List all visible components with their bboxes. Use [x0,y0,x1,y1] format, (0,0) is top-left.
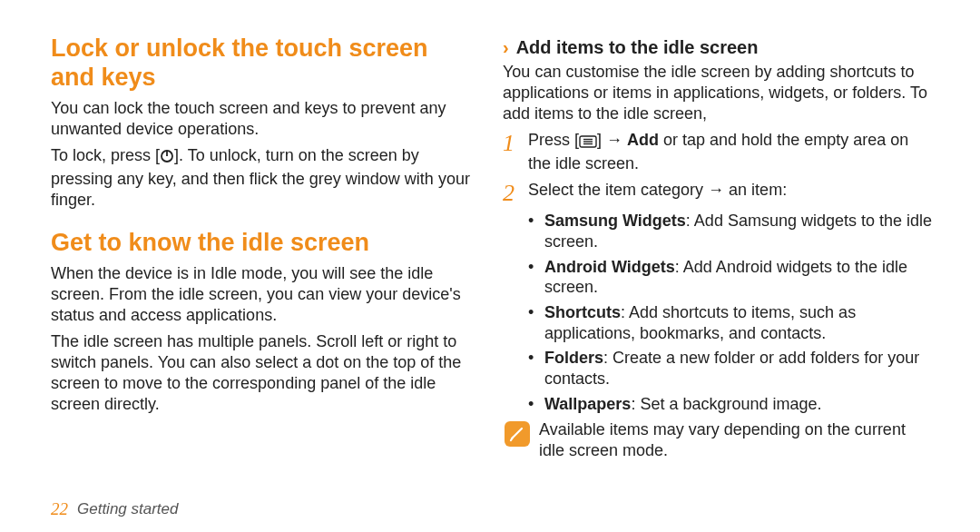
bullet-bold: Shortcuts [544,303,621,321]
bullet-bold: Android Widgets [544,258,675,276]
heading-lock-unlock: Lock or unlock the touch screen and keys [51,34,472,93]
bullet-text: : Set a background image. [631,395,821,413]
page-footer: 22 Getting started [51,499,179,519]
note-text: Available items may vary depending on th… [539,419,935,461]
step-number-1: 1 [503,132,528,155]
bullet-bold: Folders [544,349,603,367]
note-icon [505,421,530,447]
bullet-bold: Wallpapers [544,395,631,413]
paragraph-add-intro: You can customise the idle screen by add… [503,62,935,124]
list-item: Samsung Widgets: Add Samsung widgets to … [528,211,935,251]
list-item: Folders: Create a new folder or add fold… [528,348,935,389]
list-item: Wallpapers: Set a background image. [528,394,935,415]
heading-idle-screen: Get to know the idle screen [51,229,472,258]
step-1-text: Press [] → Add or tap and hold the empty… [528,130,935,174]
right-column: › Add items to the idle screen You can c… [497,27,944,523]
left-column: Lock or unlock the touch screen and keys… [51,27,497,523]
paragraph-lock-desc: You can lock the touch screen and keys t… [51,98,472,140]
text-fragment: ] → [597,131,627,149]
step-number-2: 2 [503,182,528,205]
paragraph-idle-desc: When the device is in Idle mode, you wil… [51,263,472,326]
paragraph-lock-instructions: To lock, press []. To unlock, turn on th… [51,145,472,211]
manual-page: Lock or unlock the touch screen and keys… [0,0,980,532]
list-item: Shortcuts: Add shortcuts to items, such … [528,302,935,343]
bullet-list: Samsung Widgets: Add Samsung widgets to … [503,211,935,414]
text-fragment: Press [ [528,131,579,149]
note-block: Available items may vary depending on th… [505,419,935,461]
subheading-add-items: › Add items to the idle screen [503,36,935,58]
subheading-label: Add items to the idle screen [516,36,759,58]
step-2-text: Select the item category → an item: [528,180,787,201]
bold-add: Add [627,131,659,149]
power-icon [160,148,174,169]
footer-section-name: Getting started [77,500,179,518]
step-1: 1 Press [] → Add or tap and hold the emp… [503,130,935,174]
menu-icon [579,133,597,153]
list-item: Android Widgets: Add Android widgets to … [528,257,935,298]
chevron-right-icon: › [503,36,509,58]
bullet-bold: Samsung Widgets [544,212,686,230]
paragraph-idle-panels: The idle screen has multiple panels. Scr… [51,331,472,415]
page-number: 22 [51,499,68,519]
step-2: 2 Select the item category → an item: [503,180,935,205]
text-fragment: To lock, press [ [51,146,160,164]
